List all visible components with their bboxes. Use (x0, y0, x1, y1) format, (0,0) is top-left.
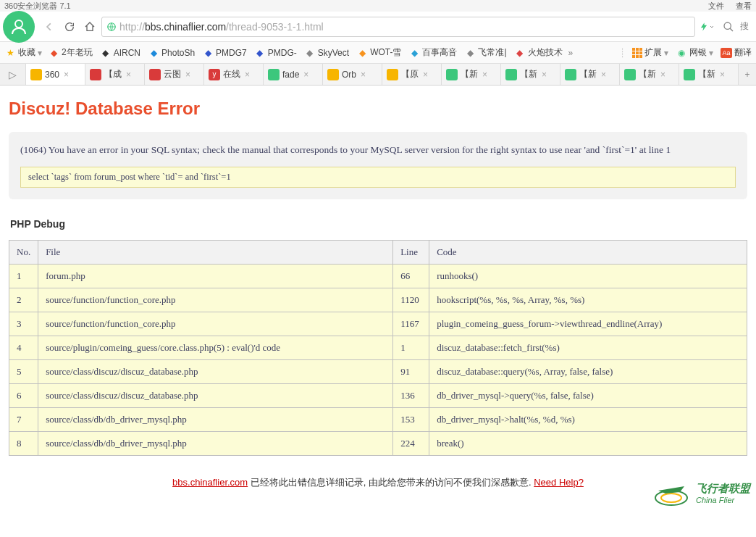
extensions-button[interactable]: 扩展 ▾ (632, 46, 668, 59)
close-icon[interactable]: × (601, 70, 606, 80)
cell-code: runhooks() (429, 264, 747, 288)
bookmark-item[interactable]: ◆飞常准| (464, 46, 506, 59)
close-icon[interactable]: × (660, 70, 665, 80)
close-icon[interactable]: × (720, 70, 725, 80)
bookmark-label: WOT-雪 (370, 46, 401, 59)
table-row: 4source/plugin/comeing_guess/core.class.… (9, 336, 747, 359)
tab-scroll-left[interactable]: ▷ (0, 64, 26, 85)
close-icon[interactable]: × (185, 70, 190, 80)
footer-text: 已经将此出错信息详细记录, 由此给您带来的访问不便我们深感歉意. (248, 477, 534, 488)
cell-no: 1 (9, 264, 38, 288)
bookmark-label: PMDG7 (216, 48, 247, 58)
cell-no: 5 (9, 359, 38, 383)
favorites-button[interactable]: ★ 收藏 ▾ (4, 46, 42, 59)
tab-label: 【新 (461, 68, 478, 80)
bookmark-item[interactable]: ◆WOT-雪 (356, 46, 401, 59)
tab-favicon-icon: y (209, 69, 220, 80)
close-icon[interactable]: × (245, 70, 250, 80)
bookmark-label: PMDG- (268, 48, 297, 58)
close-icon[interactable]: × (482, 70, 487, 80)
bookmark-item[interactable]: ◆PMDG7 (202, 47, 247, 59)
table-row: 7source/class/db/db_driver_mysql.php153d… (9, 407, 747, 431)
cell-file: forum.php (38, 264, 393, 288)
tab-favicon-icon (446, 69, 458, 80)
browser-tab[interactable]: Orb× (323, 64, 382, 85)
search-icon[interactable] (723, 21, 734, 33)
bookmark-item[interactable]: ◆火炮技术 (514, 46, 563, 59)
cell-no: 4 (9, 336, 38, 359)
bookmark-bar: ★ 收藏 ▾ ◆2年老玩◆AIRCN◆PhotoSh◆PMDG7◆PMDG-◆S… (0, 42, 756, 64)
browser-tab[interactable]: 【成× (85, 64, 145, 85)
browser-tab[interactable]: 360× (26, 64, 85, 85)
back-button[interactable] (41, 18, 58, 36)
close-icon[interactable]: × (303, 70, 308, 80)
close-icon[interactable]: × (361, 70, 366, 80)
bookmark-item[interactable]: ◆PhotoSh (148, 47, 195, 59)
reload-icon (64, 21, 75, 33)
browser-tab[interactable]: 【新× (679, 64, 739, 85)
search-placeholder[interactable]: 搜 (740, 20, 749, 33)
browser-tab[interactable]: y在线× (204, 64, 264, 85)
user-avatar[interactable] (3, 11, 35, 43)
lightning-button[interactable] (698, 18, 715, 36)
debug-table: No. File Line Code 1forum.php66runhooks(… (9, 240, 747, 456)
debug-heading: PHP Debug (9, 218, 747, 230)
bookmark-favicon-icon: ◆ (304, 47, 316, 59)
bookmark-more[interactable]: » (568, 48, 574, 58)
svg-point-2 (724, 22, 731, 29)
person-icon (10, 18, 28, 36)
new-tab-button[interactable]: + (739, 64, 756, 85)
netbank-button[interactable]: ◉ 网银 ▾ (676, 46, 713, 59)
browser-tab[interactable]: 【新× (501, 64, 560, 85)
star-icon: ★ (4, 47, 16, 59)
bookmark-favicon-icon: ◆ (100, 47, 112, 59)
bookmark-item[interactable]: ◆PMDG- (254, 47, 297, 59)
cell-line: 153 (393, 407, 429, 431)
bookmark-item[interactable]: ◆AIRCN (100, 47, 140, 59)
window-title: 360安全浏览器 7.1 (4, 1, 71, 12)
reload-button[interactable] (61, 18, 78, 36)
tab-label: 【新 (520, 68, 537, 80)
translate-button[interactable]: Aa 翻译 (721, 46, 752, 59)
help-link[interactable]: Need Help? (534, 477, 584, 488)
browser-tab[interactable]: 【新× (620, 64, 679, 85)
bookmark-label: 2年老玩 (62, 46, 93, 59)
bookmark-item[interactable]: ◆SkyVect (304, 47, 349, 59)
table-row: 8source/class/db/db_driver_mysql.php224b… (9, 431, 747, 455)
cell-code: break() (429, 431, 747, 455)
browser-tab[interactable]: 【新× (442, 64, 501, 85)
cell-no: 7 (9, 407, 38, 431)
cell-line: 1167 (393, 312, 429, 336)
footer-domain-link[interactable]: bbs.chinaflier.com (172, 477, 248, 488)
close-icon[interactable]: × (542, 70, 547, 80)
home-icon (84, 21, 96, 33)
cell-no: 6 (9, 383, 38, 407)
col-code: Code (429, 240, 747, 264)
tab-favicon-icon (505, 69, 517, 80)
menu-view[interactable]: 查看 (736, 1, 752, 12)
table-row: 5source/class/discuz/discuz_database.php… (9, 359, 747, 383)
close-icon[interactable]: × (64, 70, 69, 80)
close-icon[interactable]: × (423, 70, 428, 80)
cell-file: source/plugin/comeing_guess/core.class.p… (38, 336, 393, 359)
close-icon[interactable]: × (126, 70, 131, 80)
menu-file[interactable]: 文件 (708, 1, 724, 12)
browser-tab[interactable]: 【新× (560, 64, 620, 85)
tab-label: 云图 (164, 68, 181, 80)
address-bar[interactable]: http://bbs.chinaflier.com/thread-9053-1-… (101, 17, 695, 37)
browser-tab[interactable]: 云图× (145, 64, 204, 85)
tab-label: 【新 (639, 68, 656, 80)
error-title: Discuz! Database Error (9, 99, 747, 119)
footer: bbs.chinaflier.com 已经将此出错信息详细记录, 由此给您带来的… (9, 476, 747, 489)
extensions-label: 扩展 (644, 46, 662, 59)
bookmark-favicon-icon: ◆ (202, 47, 214, 59)
chevron-down-icon (709, 24, 715, 30)
browser-tab[interactable]: 【原× (382, 64, 442, 85)
browser-tab[interactable]: fade× (264, 64, 323, 85)
cell-file: source/function/function_core.php (38, 312, 393, 336)
shield-icon: ◉ (676, 47, 687, 59)
bookmark-item[interactable]: ◆百事高音 (408, 46, 457, 59)
table-row: 6source/class/discuz/discuz_database.php… (9, 383, 747, 407)
bookmark-item[interactable]: ◆2年老玩 (48, 46, 93, 59)
home-button[interactable] (81, 18, 98, 36)
